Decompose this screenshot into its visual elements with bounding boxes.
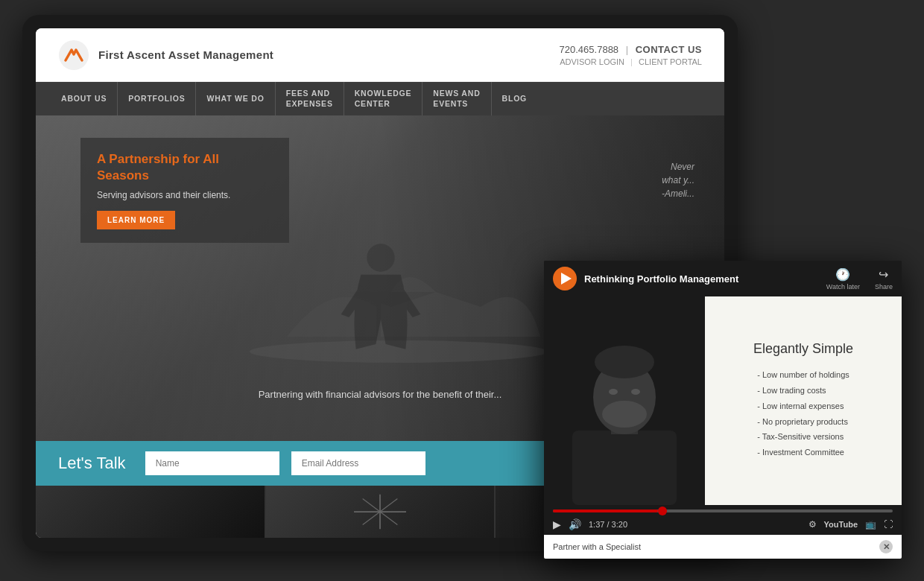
hero-subtitle: Serving advisors and their clients. [97, 190, 273, 200]
thumb-2 [266, 486, 494, 538]
header-right: 720.465.7888 | CONTACT US ADVISOR LOGIN … [560, 44, 702, 66]
hero-quote: Never what y... -Ameli... [662, 160, 694, 200]
watch-later-button[interactable]: 🕐 Watch later [826, 267, 860, 290]
logo-icon [58, 39, 89, 71]
svg-point-12 [609, 389, 618, 395]
bullet-list: - Low number of holdings - Low trading c… [757, 367, 849, 460]
lets-talk-heading: Let's Talk [58, 454, 126, 473]
site-header: First Ascent Asset Management 720.465.78… [36, 28, 724, 82]
presenter-silhouette [544, 296, 705, 505]
svg-point-14 [602, 401, 647, 428]
youtube-popup: Rethinking Portfolio Management 🕐 Watch … [544, 261, 902, 559]
bullet-6: - Investment Committee [757, 445, 849, 460]
svg-point-3 [367, 244, 394, 271]
fullscreen-button[interactable]: ⛶ [884, 519, 893, 530]
nav-blog[interactable]: BLOG [492, 82, 538, 115]
bullet-4: - No proprietary products [757, 414, 849, 430]
yt-right-controls: ⚙ YouTube 📺 ⛶ [808, 519, 893, 530]
scene: First Ascent Asset Management 720.465.78… [22, 15, 902, 566]
hero-title: A Partnership for All Seasons [97, 151, 273, 184]
site-nav: ABOUT US PORTFOLIOS WHAT WE DO FEES AND … [36, 82, 724, 115]
nav-what-we-do[interactable]: WHAT WE DO [196, 82, 275, 115]
yt-top-bar: Rethinking Portfolio Management 🕐 Watch … [544, 261, 902, 296]
svg-rect-9 [572, 431, 677, 505]
close-button[interactable]: ✕ [879, 540, 893, 553]
play-button[interactable]: ▶ [553, 518, 561, 530]
yt-video-right: Elegantly Simple - Low number of holding… [705, 296, 902, 505]
share-icon: ↪ [879, 267, 888, 282]
yt-caption-bar: Partner with a Specialist ✕ [544, 535, 902, 559]
logo-text: First Ascent Asset Management [98, 48, 273, 61]
yt-controls-row: ▶ 🔊 1:37 / 3:20 ⚙ YouTube 📺 ⛶ [553, 518, 893, 530]
youtube-logo [553, 267, 577, 290]
yt-controls: ▶ 🔊 1:37 / 3:20 ⚙ YouTube 📺 ⛶ [544, 505, 902, 535]
cast-button[interactable]: 📺 [865, 519, 876, 530]
elegantly-simple-title: Elegantly Simple [753, 341, 853, 357]
learn-more-button[interactable]: LEARN MORE [97, 211, 175, 229]
contact-us-link[interactable]: CONTACT US [636, 44, 702, 55]
yt-video-area: Elegantly Simple - Low number of holding… [544, 296, 902, 505]
header-links: ADVISOR LOGIN | CLIENT PORTAL [560, 57, 702, 66]
name-input[interactable] [145, 451, 279, 475]
bullet-3: - Low internal expenses [757, 399, 849, 414]
youtube-play-icon [561, 273, 572, 285]
progress-bar[interactable] [553, 509, 893, 512]
share-label: Share [875, 283, 893, 290]
youtube-brand-label: YouTube [824, 520, 858, 529]
hero-person-silhouette [325, 240, 437, 389]
header-phone: 720.465.7888 | CONTACT US [560, 44, 702, 55]
share-button[interactable]: ↪ Share [875, 267, 893, 290]
advisor-login-link[interactable]: ADVISOR LOGIN [560, 57, 624, 66]
logo-area: First Ascent Asset Management [58, 39, 273, 71]
settings-button[interactable]: ⚙ [808, 519, 817, 530]
svg-point-15 [595, 346, 654, 378]
hero-text-overlay: A Partnership for All Seasons Serving ad… [80, 138, 289, 243]
nav-about-us[interactable]: ABOUT US [51, 82, 118, 115]
bullet-5: - Tax-Sensitive versions [757, 429, 849, 445]
email-input[interactable] [291, 451, 425, 475]
yt-video-left [544, 296, 705, 505]
thumb-1 [37, 486, 265, 538]
volume-button[interactable]: 🔊 [569, 518, 581, 530]
watch-later-icon: 🕐 [835, 267, 850, 282]
bullet-1: - Low number of holdings [757, 367, 849, 383]
yt-top-actions: 🕐 Watch later ↪ Share [826, 267, 893, 290]
progress-fill [553, 509, 658, 512]
nav-news-events[interactable]: NEWS AND EVENTS [423, 82, 491, 115]
nav-knowledge-center[interactable]: KNOWLEDGE CENTER [344, 82, 423, 115]
video-time: 1:37 / 3:20 [589, 520, 801, 529]
nav-fees-expenses[interactable]: FEES AND EXPENSES [276, 82, 344, 115]
progress-dot [658, 507, 667, 515]
nav-portfolios[interactable]: PORTFOLIOS [118, 82, 196, 115]
svg-point-13 [631, 389, 640, 395]
watch-later-label: Watch later [826, 283, 860, 290]
bullet-2: - Low trading costs [757, 383, 849, 399]
caption-text: Partner with a Specialist [553, 542, 641, 551]
client-portal-link[interactable]: CLIENT PORTAL [639, 57, 702, 66]
video-title: Rethinking Portfolio Management [584, 273, 819, 285]
